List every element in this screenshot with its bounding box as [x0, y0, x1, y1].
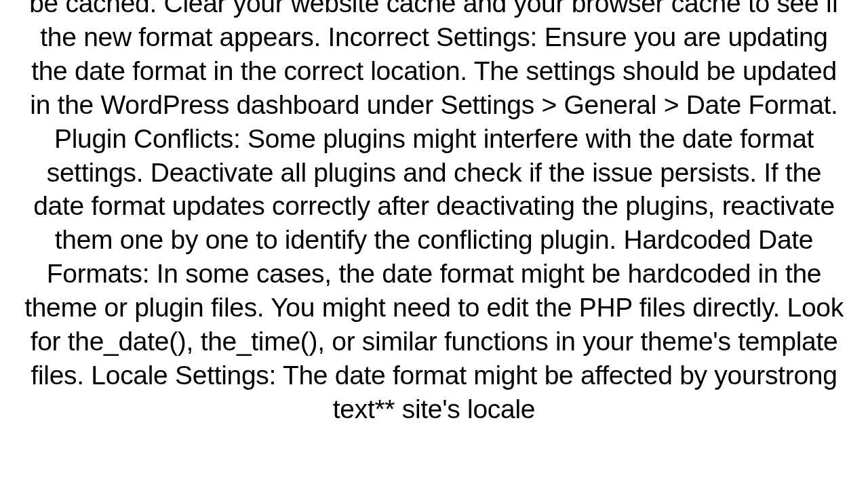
document-body: be cached. Clear your website cache and … — [0, 0, 868, 426]
body-text: be cached. Clear your website cache and … — [24, 0, 844, 424]
